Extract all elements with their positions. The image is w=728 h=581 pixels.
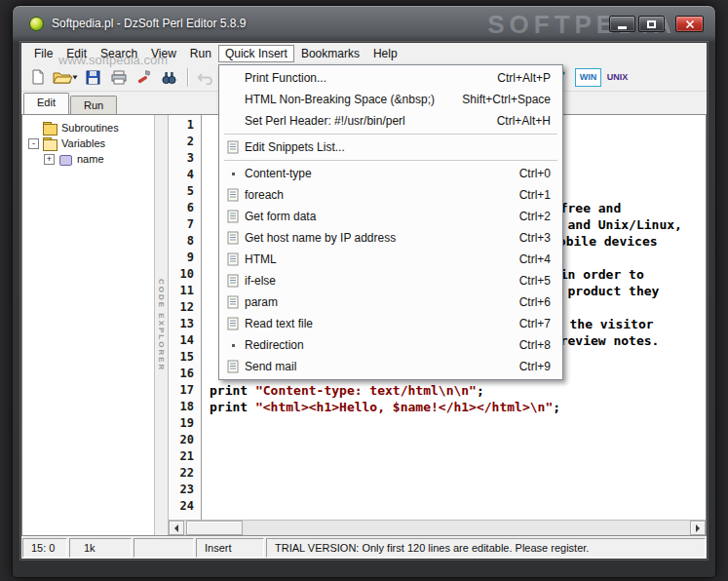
snippet-dot-icon — [227, 167, 239, 180]
tree-item-variables[interactable]: -Variables — [22, 136, 154, 151]
menubar-item-help[interactable]: Help — [366, 45, 404, 62]
menu-item-label: Print Function... — [245, 71, 497, 85]
tree-expander-minus[interactable]: - — [28, 138, 39, 149]
menu-item-send-mail[interactable]: Send mailCtrl+9 — [221, 356, 560, 377]
line-number: 5 — [169, 183, 194, 200]
status-insert-mode: Insert — [196, 538, 264, 558]
menu-item-shortcut: Ctrl+3 — [519, 231, 560, 245]
code-line[interactable]: print "<html><h1>Hello, $name!</h1></htm… — [210, 399, 706, 415]
menu-item-label: HTML — [245, 252, 519, 266]
open-file-button[interactable] — [51, 66, 80, 88]
win-mode-button[interactable]: WIN — [575, 68, 601, 87]
code-segment: ; — [553, 400, 560, 414]
close-button[interactable] — [675, 16, 704, 32]
line-number: 6 — [169, 200, 194, 216]
tab-run[interactable]: Run — [70, 96, 117, 114]
code-fragment: mobile devices — [551, 233, 658, 250]
menu-item-content-type[interactable]: Content-typeCtrl+0 — [221, 163, 560, 184]
snippet-doc-icon — [221, 317, 245, 330]
menu-item-label: Send mail — [245, 360, 519, 373]
find-button[interactable] — [157, 66, 181, 88]
tree-item-name[interactable]: +name — [22, 151, 154, 167]
tab-edit[interactable]: Edit — [23, 93, 69, 114]
code-line[interactable] — [210, 415, 706, 432]
menu-item-edit-snippets-list[interactable]: Edit Snippets List... — [221, 136, 560, 158]
menu-item-redirection[interactable]: RedirectionCtrl+8 — [221, 334, 560, 356]
line-number: 2 — [169, 134, 194, 150]
new-file-button[interactable] — [25, 66, 50, 88]
save-button[interactable] — [81, 66, 105, 88]
scroll-right-icon — [696, 524, 700, 532]
tree-item-subroutines[interactable]: Subroutines — [22, 120, 154, 136]
menu-item-if-else[interactable]: if-elseCtrl+5 — [221, 270, 560, 291]
code-line[interactable] — [210, 482, 706, 498]
undo-button[interactable] — [193, 66, 217, 88]
editor-gutter: 123456789101112131415161718192021222324 — [169, 115, 202, 520]
menubar-item-file[interactable]: File — [27, 45, 59, 62]
menu-item-print-function[interactable]: Print Function...Ctrl+Alt+P — [221, 67, 560, 89]
tree-label: Variables — [61, 137, 105, 149]
snippet-dot-icon — [221, 338, 245, 352]
line-number: 24 — [169, 498, 194, 515]
undo-icon — [197, 70, 213, 85]
menu-item-param[interactable]: paramCtrl+6 — [221, 291, 560, 313]
maximize-icon — [647, 20, 656, 28]
code-line[interactable] — [210, 465, 706, 482]
code-explorer-splitter[interactable]: CODE EXPLORER — [155, 115, 169, 535]
code-line[interactable] — [210, 432, 706, 448]
code-line[interactable] — [210, 448, 706, 465]
menu-item-shortcut: Ctrl+7 — [519, 317, 560, 330]
find-icon — [161, 70, 177, 85]
line-number: 11 — [169, 283, 194, 299]
snippet-doc-icon — [221, 188, 245, 202]
minimize-button[interactable] — [609, 16, 635, 32]
new-file-icon — [30, 69, 45, 85]
horizontal-scrollbar[interactable] — [169, 520, 706, 535]
snippet-doc-icon — [221, 140, 245, 154]
line-number: 21 — [169, 448, 194, 465]
code-explorer-label: CODE EXPLORER — [157, 279, 166, 371]
print-button[interactable] — [106, 66, 131, 88]
code-line[interactable]: print "Content-type: text/html\n\n"; — [210, 382, 706, 399]
menubar-item-bookmarks[interactable]: Bookmarks — [294, 45, 366, 62]
line-number: 10 — [169, 266, 194, 283]
scroll-left-button[interactable] — [169, 521, 184, 535]
menubar-item-quick-insert[interactable]: Quick Insert — [218, 45, 294, 62]
menu-item-get-host-name-by-ip-address[interactable]: Get host name by IP addressCtrl+3 — [221, 227, 560, 249]
scroll-track[interactable] — [184, 521, 690, 535]
menubar: FileEditSearchViewRunQuick InsertBookmar… — [21, 43, 707, 63]
menu-separator — [224, 134, 557, 135]
scroll-thumb[interactable] — [186, 521, 243, 535]
menu-item-html-non-breaking-space-nbsp[interactable]: HTML Non-Breaking Space (&nbsp;)Shift+Ct… — [221, 89, 560, 110]
scroll-right-button[interactable] — [690, 521, 706, 535]
snippet-doc-icon — [227, 210, 239, 223]
menu-separator — [224, 160, 557, 161]
menu-item-label: if-else — [245, 274, 519, 288]
tools-button[interactable] — [132, 66, 156, 88]
menu-item-get-form-data[interactable]: Get form dataCtrl+2 — [221, 206, 560, 227]
line-number: 15 — [169, 349, 194, 366]
snippet-doc-icon — [221, 274, 245, 288]
tree-expander-plus[interactable]: + — [44, 154, 55, 165]
menu-item-set-perl-header-usr-bin-perl[interactable]: Set Perl Header: #!/usr/bin/perlCtrl+Alt… — [221, 110, 560, 132]
menubar-item-edit[interactable]: Edit — [59, 45, 94, 62]
menu-item-label: param — [245, 295, 519, 309]
menu-item-read-text-file[interactable]: Read text fileCtrl+7 — [221, 313, 560, 334]
menu-item-html[interactable]: HTMLCtrl+4 — [221, 249, 560, 270]
menubar-item-view[interactable]: View — [144, 45, 183, 62]
menu-item-foreach[interactable]: foreachCtrl+1 — [221, 184, 560, 206]
titlebar[interactable]: Softpedia.pl - DzSoft Perl Editor 5.8.9 … — [13, 6, 715, 42]
menu-item-shortcut: Ctrl+Alt+P — [497, 71, 560, 85]
tree-label: Subroutines — [61, 122, 119, 134]
menu-item-shortcut: Ctrl+5 — [519, 274, 560, 288]
menubar-item-search[interactable]: Search — [94, 45, 144, 62]
window-controls — [606, 16, 704, 32]
menubar-item-run[interactable]: Run — [183, 45, 218, 62]
app-icon — [29, 17, 44, 31]
snippet-doc-icon — [221, 252, 245, 266]
code-line[interactable] — [210, 498, 706, 515]
line-number: 12 — [169, 299, 194, 316]
unix-mode-button[interactable]: UNIX — [602, 68, 632, 87]
maximize-button[interactable] — [638, 16, 665, 32]
line-number: 8 — [169, 233, 194, 250]
